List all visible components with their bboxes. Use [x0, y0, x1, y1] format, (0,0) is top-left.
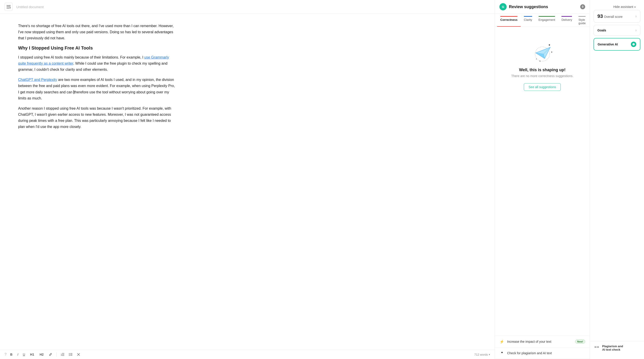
- panel-body: ✦ ✦ ✦ ✦ Well, this is shaping up! There …: [495, 27, 590, 336]
- link-button[interactable]: [47, 352, 54, 357]
- svg-text:✦: ✦: [548, 43, 551, 47]
- goals-label: Goals: [598, 28, 606, 32]
- underline-button[interactable]: U: [22, 352, 26, 357]
- svg-point-2: [10, 7, 11, 8]
- success-message: Well, this is shaping up!: [519, 68, 566, 72]
- see-all-suggestions-button[interactable]: See all suggestions: [524, 83, 561, 91]
- svg-rect-1: [6, 6, 11, 7]
- gen-ai-icon: [631, 42, 636, 47]
- italic-button[interactable]: I: [16, 352, 20, 357]
- suggestions-count-badge: 0: [580, 4, 585, 9]
- editor-toolbar: ? B I U H1 H2 1. 712 words ▾: [0, 350, 495, 359]
- svg-text:G: G: [502, 5, 504, 8]
- svg-rect-12: [70, 354, 72, 355]
- tab-style-guide[interactable]: Style guide: [575, 14, 589, 27]
- word-count[interactable]: 712 words ▾: [474, 353, 490, 356]
- success-subtitle: There are no more correctness suggestion…: [511, 74, 574, 78]
- success-illustration: ✦ ✦ ✦ ✦: [529, 40, 556, 63]
- paragraph-1: There's no shortage of free AI tools out…: [18, 23, 176, 41]
- svg-rect-0: [6, 5, 11, 6]
- doc-title: Untitled document: [16, 5, 44, 9]
- h1-button[interactable]: H1: [28, 352, 36, 357]
- plagiarism-section[interactable]: ❝❝ Plagiarism and AI text check: [590, 341, 644, 355]
- paragraph-3: ChatGPT and Perplexity are two more exam…: [18, 77, 176, 101]
- menu-icon[interactable]: [4, 3, 13, 11]
- svg-point-9: [69, 354, 70, 355]
- panel-title: Review suggestions: [509, 4, 578, 9]
- tab-delivery[interactable]: Delivery: [558, 14, 575, 27]
- quote-icon: ❝: [500, 351, 504, 356]
- goals-chevron: ›: [636, 28, 636, 32]
- suggestion-row-plagiarism[interactable]: ❝ Check for plagiarism and AI text: [495, 348, 590, 359]
- tab-engagement-label: Engagement: [538, 18, 555, 21]
- h2-button[interactable]: H2: [38, 352, 46, 357]
- svg-text:✦: ✦: [551, 51, 552, 53]
- ordered-list-button[interactable]: 1.: [59, 352, 66, 357]
- hide-assistant-button[interactable]: Hide assistant »: [610, 3, 640, 10]
- overall-score-chevron: ›: [636, 14, 636, 18]
- tab-engagement[interactable]: Engagement: [536, 14, 558, 27]
- scores-panel: Hide assistant » 93 Overall score › Goal…: [590, 0, 644, 359]
- editor-content[interactable]: There's no shortage of free AI tools out…: [0, 14, 194, 350]
- heading-1: Why I Stopped Using Free AI Tools: [18, 45, 176, 51]
- scores-header: Hide assistant »: [590, 4, 644, 8]
- svg-rect-5: [62, 353, 64, 354]
- clear-format-button[interactable]: [76, 352, 82, 357]
- svg-rect-3: [6, 8, 10, 8]
- grammarly-panel: G Review suggestions 0 Correctness Clari…: [495, 0, 590, 359]
- new-badge: New!: [575, 340, 585, 344]
- svg-point-10: [69, 355, 70, 356]
- plagiarism-text-block: Plagiarism and AI text check: [602, 345, 623, 351]
- paragraph-2: I stopped using free AI tools mainly bec…: [18, 54, 176, 73]
- panel-footer: ⚡ Increase the impact of your text New! …: [495, 336, 590, 359]
- bold-button[interactable]: B: [8, 352, 14, 357]
- svg-text:✦: ✦: [539, 60, 541, 62]
- panel-header: G Review suggestions 0: [495, 0, 590, 14]
- unordered-list-button[interactable]: [68, 352, 74, 357]
- panel-tabs: Correctness Clarity Engagement Delivery …: [495, 14, 590, 27]
- generative-ai-row[interactable]: Generative AI: [594, 38, 640, 51]
- tab-correctness-label: Correctness: [500, 18, 518, 21]
- lightning-icon: ⚡: [500, 339, 504, 344]
- svg-text:✦: ✦: [536, 58, 537, 60]
- svg-rect-6: [62, 354, 64, 355]
- gen-ai-label: Generative AI: [598, 42, 618, 46]
- word-count-caret: ▾: [489, 353, 490, 356]
- paragraph-4: Another reason I stopped using free AI t…: [18, 105, 176, 130]
- goals-row[interactable]: Goals ›: [594, 25, 640, 36]
- tab-correctness[interactable]: Correctness: [497, 14, 521, 27]
- overall-score-value: 93 Overall score: [598, 13, 622, 19]
- suggestion-row-impact[interactable]: ⚡ Increase the impact of your text New!: [495, 336, 590, 348]
- editor-header: Untitled document: [0, 0, 495, 14]
- svg-rect-7: [62, 356, 64, 356]
- tab-delivery-label: Delivery: [562, 18, 572, 21]
- plagiarism-quote-icon: ❝❝: [594, 345, 600, 351]
- svg-rect-13: [70, 356, 72, 356]
- tab-clarity[interactable]: Clarity: [521, 14, 536, 27]
- tab-clarity-label: Clarity: [524, 18, 532, 21]
- link-chatgpt[interactable]: ChatGPT and Perplexity: [18, 78, 57, 82]
- link-grammarly[interactable]: use Grammarly quite frequently as a cont…: [18, 55, 169, 65]
- svg-rect-11: [70, 353, 72, 354]
- overall-score-card[interactable]: 93 Overall score ›: [594, 10, 640, 22]
- suggestion-plagiarism-text: Check for plagiarism and AI text: [507, 351, 585, 355]
- grammarly-logo: G: [500, 3, 507, 10]
- svg-point-8: [69, 353, 70, 354]
- tab-style-guide-label: Style guide: [578, 18, 586, 25]
- help-icon[interactable]: ?: [4, 353, 6, 357]
- suggestion-impact-text: Increase the impact of your text: [507, 340, 572, 344]
